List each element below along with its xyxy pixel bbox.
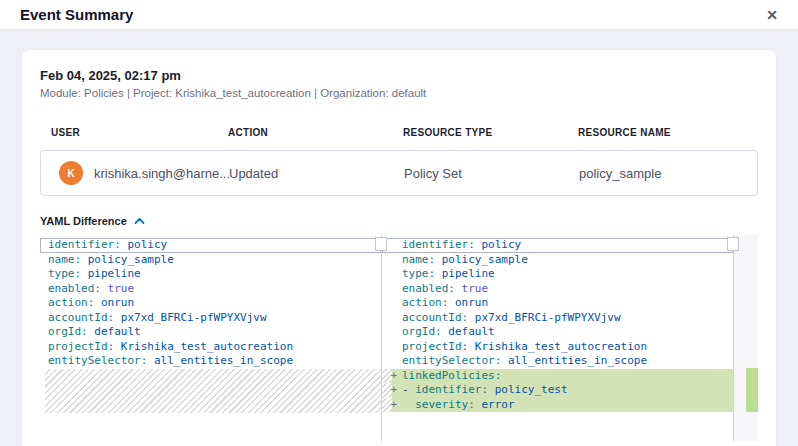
code-line: enabled: true (40, 282, 381, 297)
table-row: K krishika.singh@harne... Updated Policy… (40, 150, 758, 196)
yaml-key: identifier: (415, 383, 494, 396)
code-line: orgId: default (382, 325, 733, 340)
overview-ruler (734, 235, 758, 441)
yaml-value: Krishika_test_autocreation (475, 340, 647, 353)
code-line: accountId: px7xd_BFRCi-pfWPYXVjvw (40, 311, 381, 326)
yaml-key: type: (402, 267, 442, 280)
yaml-value: true (462, 282, 489, 295)
yaml-list-prefix: - (402, 383, 415, 396)
original-code-lines: identifier: policyname: policy_sampletyp… (40, 238, 381, 369)
yaml-key: enabled: (48, 282, 108, 295)
action-value: Updated (229, 166, 404, 181)
diff-gutter-marker: + (382, 369, 402, 384)
diff-gutter-marker (382, 325, 402, 340)
yaml-value: policy_sample (88, 253, 174, 266)
yaml-value: policy (481, 238, 521, 251)
code-text: accountId: px7xd_BFRCi-pfWPYXVjvw (48, 311, 267, 326)
code-line: enabled: true (382, 282, 733, 297)
code-line: type: pipeline (40, 267, 381, 282)
code-line: type: pipeline (382, 267, 733, 282)
event-timestamp: Feb 04, 2025, 02:17 pm (40, 68, 758, 83)
column-header-action: ACTION (228, 127, 403, 138)
yaml-key: enabled: (402, 282, 462, 295)
yaml-key: type: (48, 267, 88, 280)
close-button[interactable]: ✕ (762, 6, 782, 24)
code-text: enabled: true (48, 282, 134, 297)
diff-gutter-marker (382, 267, 402, 282)
modal-body: Feb 04, 2025, 02:17 pm Module: Policies … (0, 30, 798, 446)
yaml-key: identifier: (48, 238, 127, 251)
event-meta: Module: Policies | Project: Krishika_tes… (40, 87, 758, 99)
yaml-value: default (94, 325, 140, 338)
avatar: K (59, 161, 83, 185)
code-text: orgId: default (48, 325, 141, 340)
yaml-key: identifier: (402, 238, 481, 251)
code-text: type: pipeline (402, 267, 495, 282)
code-text: action: onrun (48, 296, 134, 311)
yaml-value: policy_test (495, 383, 568, 396)
yaml-key: accountId: (48, 311, 121, 324)
diff-gutter-marker: + (382, 383, 402, 398)
diff-gutter-marker (382, 354, 402, 369)
code-line: + severity: error (382, 398, 733, 413)
code-line: action: onrun (382, 296, 733, 311)
yaml-key: accountId: (402, 311, 475, 324)
code-text: identifier: policy (402, 238, 521, 253)
yaml-difference-toggle[interactable]: YAML Difference (40, 215, 758, 227)
diff-gutter-marker (382, 253, 402, 268)
code-text: action: onrun (402, 296, 488, 311)
code-line: orgId: default (40, 325, 381, 340)
yaml-key: entitySelector: (402, 354, 508, 367)
right-scrollbar-slider[interactable] (727, 237, 739, 251)
resource-name-value: policy_sample (579, 166, 757, 181)
code-line: accountId: px7xd_BFRCi-pfWPYXVjvw (382, 311, 733, 326)
diff-gutter-marker (382, 311, 402, 326)
column-header-resource-name: RESOURCE NAME (578, 127, 758, 138)
code-line: projectId: Krishika_test_autocreation (382, 340, 733, 355)
diff-gutter-marker: + (382, 398, 402, 413)
yaml-key: orgId: (48, 325, 94, 338)
yaml-value: policy (127, 238, 167, 251)
left-scrollbar-slider[interactable] (375, 237, 387, 251)
event-card: Feb 04, 2025, 02:17 pm Module: Policies … (21, 49, 777, 446)
code-line: entitySelector: all_entities_in_scope (382, 354, 733, 369)
diff-gutter-marker (382, 282, 402, 297)
yaml-key: linkedPolicies: (402, 369, 501, 382)
yaml-difference-label: YAML Difference (40, 215, 127, 227)
yaml-value: true (108, 282, 135, 295)
yaml-value: onrun (101, 296, 134, 309)
code-line: identifier: policy (382, 238, 733, 253)
yaml-key: name: (48, 253, 88, 266)
code-text: projectId: Krishika_test_autocreation (402, 340, 647, 355)
code-text: enabled: true (402, 282, 488, 297)
yaml-value: pipeline (442, 267, 495, 280)
resource-type-value: Policy Set (404, 166, 579, 181)
yaml-value: Krishika_test_autocreation (121, 340, 293, 353)
overview-ruler-added-marker (746, 368, 758, 412)
yaml-key: projectId: (48, 340, 121, 353)
code-text: linkedPolicies: (402, 369, 501, 384)
yaml-diff-editor: identifier: policyname: policy_sampletyp… (40, 235, 758, 441)
code-line: name: policy_sample (382, 253, 733, 268)
code-text: identifier: policy (48, 238, 167, 253)
diff-pane-modified[interactable]: identifier: policyname: policy_sampletyp… (381, 235, 734, 441)
code-text: orgId: default (402, 325, 495, 340)
yaml-value: all_entities_in_scope (154, 354, 293, 367)
yaml-value: policy_sample (442, 253, 528, 266)
code-text: entitySelector: all_entities_in_scope (402, 354, 647, 369)
code-text: accountId: px7xd_BFRCi-pfWPYXVjvw (402, 311, 621, 326)
yaml-key: orgId: (402, 325, 448, 338)
yaml-value: px7xd_BFRCi-pfWPYXVjvw (121, 311, 267, 324)
chevron-up-icon[interactable] (134, 217, 145, 225)
close-icon: ✕ (766, 7, 778, 23)
code-text: type: pipeline (48, 267, 141, 282)
yaml-key: entitySelector: (48, 354, 154, 367)
code-text: name: policy_sample (48, 253, 174, 268)
diff-gutter-marker (382, 340, 402, 355)
column-header-user: USER (51, 127, 228, 138)
code-line: +- identifier: policy_test (382, 383, 733, 398)
yaml-value: all_entities_in_scope (508, 354, 647, 367)
diff-pane-original[interactable]: identifier: policyname: policy_sampletyp… (40, 235, 381, 441)
page-title: Event Summary (20, 6, 133, 23)
modified-code-lines: identifier: policyname: policy_sampletyp… (382, 238, 733, 412)
